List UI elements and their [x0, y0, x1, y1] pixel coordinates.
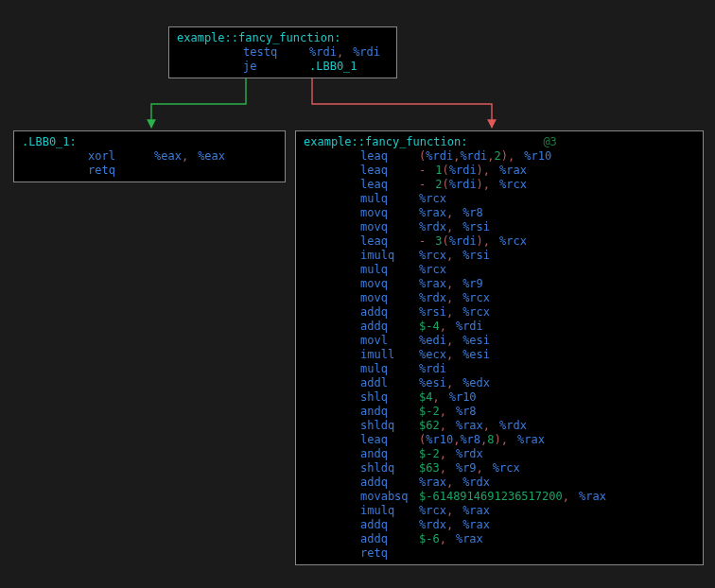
- punct: ,: [483, 234, 490, 248]
- asm-row: imulq%rcx,%rsi: [304, 249, 695, 263]
- asm-row: addq$-6,%rax: [304, 532, 695, 546]
- register: %rdx: [419, 220, 446, 233]
- register: %rcx: [419, 249, 446, 262]
- register: %rdx: [499, 419, 527, 432]
- punct: ,: [446, 518, 453, 531]
- mnemonic: addq: [360, 305, 419, 320]
- asm-row: xorl%eax,%eax: [22, 149, 277, 164]
- asm-row: andq$-2,%r8: [304, 405, 695, 419]
- register: %r9: [456, 461, 477, 475]
- immediate: 6148914691236517200: [432, 490, 562, 503]
- entry-block: example::fancy_function: testq%rdi,%rdij…: [168, 26, 397, 78]
- mnemonic: mulq: [360, 192, 419, 206]
- register: %rcx: [499, 178, 527, 191]
- asm-row: addq%rdx,%rax: [304, 518, 695, 532]
- punct: ,: [483, 419, 490, 432]
- punct: ,: [446, 220, 453, 233]
- asm-row: addl%esi,%edx: [304, 376, 695, 390]
- register: %rax: [419, 476, 446, 489]
- right-block: example::fancy_function:@3 leaq(%rdi,%rd…: [295, 130, 704, 565]
- register: %rcx: [419, 263, 446, 276]
- mnemonic: movq: [360, 220, 419, 234]
- asm-row: retq: [22, 164, 277, 178]
- asm-row: andq$-2,%rdx: [304, 447, 695, 461]
- asm-row: addq$-4,%rdi: [304, 320, 695, 334]
- punct: ,: [446, 249, 453, 262]
- register: %r8: [460, 433, 480, 446]
- immediate: $62: [419, 419, 440, 432]
- register: %rdi: [449, 164, 477, 177]
- punct: ,: [483, 178, 490, 191]
- asm-row: movq%rax,%r8: [304, 206, 695, 220]
- asm-row: movq%rdx,%rcx: [304, 291, 695, 305]
- punct: ,: [440, 532, 446, 545]
- asm-row: je.LBB0_1: [177, 60, 389, 74]
- asm-row: leaq(%r10,%r8,8),%rax: [304, 433, 695, 447]
- punct: ,: [446, 504, 453, 517]
- mnemonic: addq: [360, 476, 419, 490]
- mnemonic: imull: [360, 348, 419, 362]
- mnemonic: addq: [360, 532, 419, 546]
- punct: ): [495, 433, 501, 446]
- register: %rdx: [456, 447, 483, 460]
- left-rows: xorl%eax,%eaxretq: [22, 149, 277, 178]
- punct: ,: [563, 490, 569, 503]
- asm-row: movq%rdx,%rsi: [304, 220, 695, 234]
- punct: ): [501, 149, 508, 163]
- mnemonic: addl: [360, 376, 419, 390]
- punct: (: [442, 164, 448, 177]
- asm-row: movq%rax,%r9: [304, 277, 695, 291]
- asm-row: mulq%rcx: [304, 192, 695, 206]
- asm-row: imulq%rcx,%rax: [304, 504, 695, 518]
- register: %rax: [462, 518, 490, 531]
- immediate: $-: [419, 320, 432, 333]
- register: %rax: [456, 419, 483, 432]
- register: %rax: [499, 164, 527, 177]
- register: %rcx: [462, 305, 490, 319]
- punct: ,: [446, 206, 453, 219]
- punct: ,: [483, 164, 490, 177]
- mnemonic: addq: [360, 518, 419, 532]
- mnemonic: movq: [360, 206, 419, 220]
- asm-row: addq%rsi,%rcx: [304, 305, 695, 320]
- immediate: $-: [419, 532, 432, 545]
- register: %rdi: [309, 45, 337, 59]
- punct: ,: [508, 149, 514, 163]
- punct: ,: [182, 149, 188, 163]
- punct: -: [419, 234, 426, 248]
- register: %rdx: [419, 291, 446, 304]
- mnemonic: andq: [360, 447, 419, 461]
- left-block: .LBB0_1: xorl%eax,%eaxretq: [13, 130, 286, 182]
- punct: ,: [487, 149, 494, 163]
- register: %rax: [456, 532, 483, 545]
- punct: ,: [446, 277, 453, 290]
- asm-row: movl%edi,%esi: [304, 334, 695, 348]
- punct: ,: [440, 461, 446, 475]
- mnemonic: shldq: [360, 419, 419, 433]
- register: %rcx: [462, 291, 490, 304]
- register: %rax: [419, 277, 446, 290]
- mnemonic: shlq: [360, 390, 419, 405]
- register: %rdi: [426, 149, 453, 163]
- mnemonic: je: [243, 60, 309, 74]
- punct: ,: [446, 334, 453, 347]
- punct: ,: [440, 419, 446, 432]
- register: %rsi: [419, 305, 446, 319]
- register: %rdx: [419, 518, 446, 531]
- punct: -: [419, 164, 426, 177]
- register: %rax: [579, 490, 606, 503]
- punct: ,: [446, 291, 453, 304]
- register: %rdx: [462, 476, 490, 489]
- register: %rcx: [419, 192, 446, 205]
- punct: (: [442, 234, 448, 248]
- asm-row: leaq-2(%rdi),%rcx: [304, 178, 695, 192]
- label-ref: .LBB0_1: [309, 60, 358, 73]
- asm-row: addq%rax,%rdx: [304, 476, 695, 490]
- immediate: 2: [432, 405, 439, 418]
- register: %rdi: [419, 362, 446, 375]
- mnemonic: addq: [360, 320, 419, 334]
- immediate: 2: [432, 447, 439, 460]
- asm-row: leaq-3(%rdi),%rcx: [304, 234, 695, 249]
- immediate: $-: [419, 405, 432, 418]
- register: %rdi: [353, 45, 380, 59]
